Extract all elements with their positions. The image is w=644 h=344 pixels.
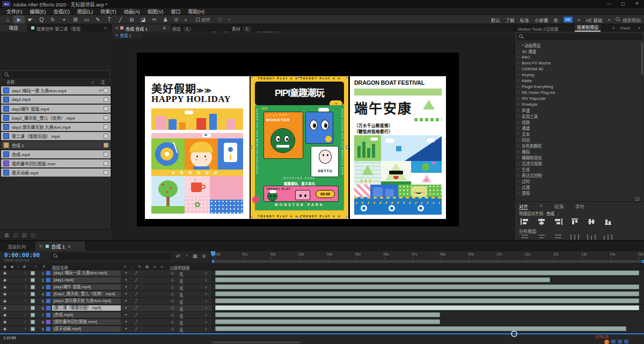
close-tab-icon[interactable]: ✕: [115, 26, 119, 31]
video-switch-icon[interactable]: ◉: [3, 278, 6, 282]
layer-lane[interactable]: [212, 298, 644, 304]
effect-category[interactable]: ›Keying: [516, 72, 640, 78]
menu-item[interactable]: 动画(A): [121, 8, 143, 15]
zoom-tool[interactable]: Q: [36, 16, 47, 24]
hand-tool[interactable]: ☛: [25, 16, 36, 24]
effect-category[interactable]: ›时间: [516, 137, 640, 143]
comp-flowchart-icon[interactable]: ⇄: [176, 253, 180, 259]
audio-switch-icon[interactable]: ◀: [10, 265, 13, 269]
label-color-chip[interactable]: [104, 115, 108, 120]
lock-switch-icon[interactable]: ⊠: [23, 265, 26, 269]
quality-slash-icon[interactable]: ╱: [135, 299, 137, 303]
workspace-item[interactable]: 默认: [491, 17, 500, 23]
effect-category[interactable]: ›RE:Vision Plug-ins: [516, 90, 640, 96]
timeline-layer-row[interactable]: ◉›3[day1端午 饭饭.mp4]✴╱◎无∨: [0, 284, 644, 291]
layer-duration-bar[interactable]: [215, 284, 639, 289]
layer-color-swatch[interactable]: [31, 306, 35, 310]
effect-category[interactable]: ›沉浸式视频: [516, 160, 640, 166]
poster-dragon-boat-festival[interactable]: DRAGON BOAT FESTIVAL 端午安康 〔万水千山粽是情〕 〔糖馅肉…: [350, 76, 446, 219]
align-bottom-button[interactable]: [602, 218, 614, 225]
video-switch-icon[interactable]: ◉: [3, 313, 6, 317]
effect-category[interactable]: ›表达式控制: [516, 172, 640, 178]
layer-name[interactable]: [day1.mp4]: [52, 277, 121, 283]
quality-slash-icon[interactable]: ╱: [135, 292, 137, 296]
selection-handle[interactable]: [346, 146, 348, 149]
quality-switch-icon[interactable]: ✴: [125, 306, 128, 310]
menu-item[interactable]: 文件(F): [3, 8, 26, 15]
composition-mini-tab[interactable]: ✕ 合成 1: [113, 32, 142, 39]
quality-slash-icon[interactable]: ╱: [135, 285, 137, 289]
camera-tool[interactable]: ⌖: [58, 16, 70, 24]
layer-lane[interactable]: [212, 291, 644, 297]
time-ruler[interactable]: :00s01s02s03s04s05s06s07s08s09s10s11s12s…: [212, 251, 644, 260]
poster-pipi-trendy-play[interactable]: TRENDY PLAY ✕ ✕ TRENDY PLAY ✕ ✕ PIPI童趣潮玩…: [251, 76, 348, 219]
quality-switch-icon[interactable]: ✴: [125, 299, 128, 303]
label-color-chip[interactable]: [104, 134, 108, 138]
quality-slash-icon[interactable]: ╱: [135, 320, 137, 324]
parent-select[interactable]: 无: [179, 292, 184, 298]
video-switch-icon[interactable]: ◉: [3, 299, 6, 303]
interpret-footage-icon[interactable]: ▦: [4, 232, 9, 238]
project-item[interactable]: 夏天动画.mp4: [1, 169, 111, 177]
label-color-chip[interactable]: [104, 161, 108, 166]
workspace-item[interactable]: 标准: [520, 17, 529, 23]
player-button-icon[interactable]: [618, 340, 622, 343]
puppet-tool[interactable]: ♟: [160, 16, 171, 24]
layer-duration-bar[interactable]: [215, 319, 440, 324]
timeline-layer-row[interactable]: ◉›2[day1.mp4]✴╱◎无∨: [0, 277, 644, 284]
pick-whip-icon[interactable]: ◎: [171, 313, 174, 317]
label-color-chip[interactable]: [104, 88, 108, 93]
timeline-search-input[interactable]: [51, 253, 171, 260]
parent-select[interactable]: 无: [179, 285, 184, 291]
layer-lane[interactable]: [212, 312, 644, 318]
snapping-checkbox-icon[interactable]: [196, 18, 200, 21]
close-button[interactable]: ✕: [630, 0, 644, 8]
video-switch-icon[interactable]: ◉: [3, 327, 6, 331]
expand-caret-icon[interactable]: ›: [25, 320, 26, 324]
effect-category[interactable]: ›过渡: [516, 184, 640, 190]
align-top-button[interactable]: [569, 218, 581, 225]
parent-select[interactable]: 无: [179, 299, 184, 305]
align-right-button[interactable]: [552, 218, 564, 225]
parent-select[interactable]: 无: [179, 271, 184, 277]
selection-handle[interactable]: [251, 76, 252, 78]
project-item[interactable]: Day2_摩天轮_雪儿（优秀）.mp4: [1, 114, 111, 122]
column-name[interactable]: 名称: [6, 79, 14, 86]
expand-caret-icon[interactable]: ›: [25, 327, 26, 331]
parent-select[interactable]: 无: [179, 327, 184, 333]
menu-item[interactable]: 效果(T): [97, 8, 120, 15]
close-tab-icon[interactable]: ✕: [39, 244, 43, 249]
create-preset-icon[interactable]: ◲: [635, 196, 640, 201]
brush-tool[interactable]: ╱: [115, 16, 126, 24]
label-color-chip[interactable]: [104, 106, 108, 111]
layer-lane[interactable]: [212, 270, 644, 276]
project-item[interactable]: 第二课（葡萄乐园）.mp4: [1, 132, 111, 140]
pick-whip-icon[interactable]: ◎: [171, 320, 174, 324]
parent-select[interactable]: 无: [179, 306, 184, 312]
tab-overflow-icon[interactable]: »: [104, 26, 106, 31]
project-item[interactable]: day1 嗨玩一夏 九鱼Ann.mp4☍: [1, 86, 111, 94]
effect-category[interactable]: ›3D 通道: [516, 48, 640, 54]
expand-caret-icon[interactable]: ›: [25, 313, 26, 317]
layer-name[interactable]: [第二课（葡萄乐园）.mp4]: [52, 305, 121, 311]
effect-category[interactable]: ›杂色和颗粒: [516, 143, 640, 149]
layer-lane[interactable]: [212, 326, 644, 332]
mask-shape-tool[interactable]: ▭: [81, 16, 92, 24]
project-item[interactable]: day3 游乐摩天轮 九鱼Ann.mp4: [1, 123, 111, 131]
align-center-v-button[interactable]: [586, 218, 597, 225]
effect-category[interactable]: ›声道: [516, 107, 640, 113]
project-item[interactable]: 合成 1: [1, 141, 111, 149]
close-tab-icon[interactable]: ✕: [115, 33, 118, 38]
clone-stamp-tool[interactable]: ⧉: [126, 16, 137, 24]
pick-whip-icon[interactable]: ◎: [171, 306, 174, 310]
selection-handle[interactable]: [346, 217, 348, 219]
tab-character[interactable]: 字符: [575, 203, 584, 210]
selection-handle[interactable]: [251, 217, 252, 219]
timeline-layer-row[interactable]: ◉›7[合成.mp4]✴╱◎无∨: [0, 312, 644, 319]
selection-handle[interactable]: [346, 76, 348, 78]
parent-select[interactable]: 无: [179, 313, 184, 319]
effect-category[interactable]: ›生成: [516, 166, 640, 172]
layer-lane[interactable]: [212, 284, 644, 290]
effect-category[interactable]: ›Plugin Everything: [516, 84, 640, 90]
label-color-chip[interactable]: [104, 170, 108, 175]
